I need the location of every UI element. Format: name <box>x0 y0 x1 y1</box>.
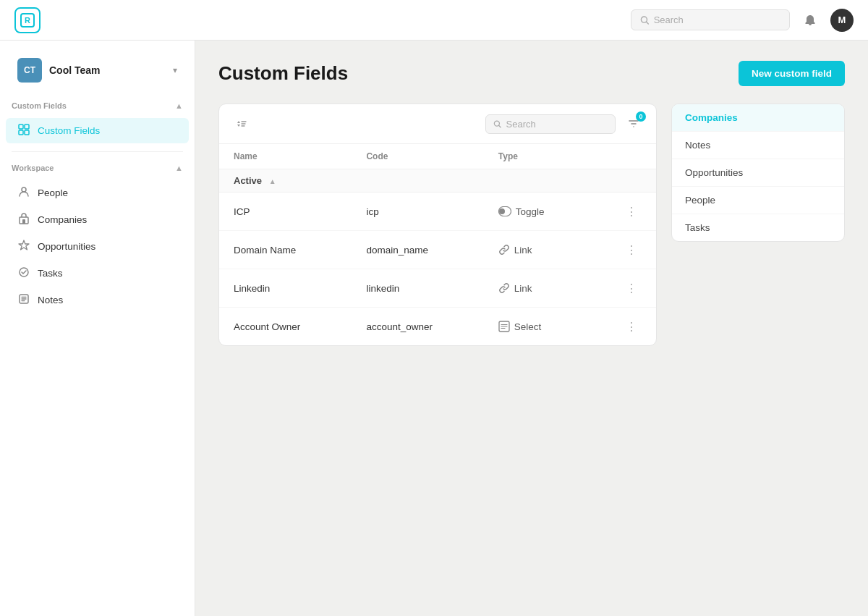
cell-actions: ⋮ <box>588 231 656 269</box>
table-header-row: Name Code Type <box>219 144 656 169</box>
svg-rect-9 <box>22 219 25 224</box>
table-row: Domain Name domain_name Link <box>219 231 656 269</box>
link-icon <box>498 244 510 256</box>
col-actions <box>588 144 656 169</box>
cell-actions: ⋮ <box>588 308 656 346</box>
right-panel-item-people[interactable]: People <box>672 187 844 214</box>
custom-fields-table: Name Code Type Active ▲ <box>219 144 656 345</box>
workspace-chevron-icon[interactable]: ▲ <box>175 164 183 172</box>
cell-name: Linkedin <box>219 269 352 308</box>
notifications-bell[interactable] <box>799 9 822 32</box>
svg-rect-6 <box>25 130 29 135</box>
cell-type: Select <box>484 308 588 346</box>
right-panel-item-opportunities[interactable]: Opportunities <box>672 159 844 187</box>
section-label-active: Active <box>234 175 262 186</box>
cell-code: account_owner <box>352 308 483 346</box>
cell-actions: ⋮ <box>588 193 656 231</box>
col-code: Code <box>352 144 483 169</box>
companies-icon <box>17 213 30 227</box>
sidebar-item-custom-fields-label: Custom Fields <box>38 125 100 136</box>
sidebar-item-custom-fields[interactable]: Custom Fields <box>6 118 189 143</box>
page-title: Custom Fields <box>218 62 348 85</box>
sidebar-divider <box>12 151 183 152</box>
global-search[interactable] <box>631 9 790 30</box>
sidebar-item-companies-label: Companies <box>38 214 87 225</box>
svg-point-7 <box>22 187 26 192</box>
topnav: R M <box>0 0 868 41</box>
search-icon <box>640 15 650 25</box>
custom-fields-section-label: Custom Fields <box>12 101 67 110</box>
table-search-input[interactable] <box>506 119 608 130</box>
opportunities-icon <box>17 240 30 253</box>
cell-type: Toggle <box>484 193 588 231</box>
cell-code: linkedin <box>352 269 483 308</box>
sidebar-team-selector[interactable]: CT Cool Team ▾ <box>6 52 189 88</box>
svg-rect-4 <box>25 125 29 129</box>
sidebar: CT Cool Team ▾ Custom Fields ▲ Custom Fi… <box>0 41 195 616</box>
cell-name: Account Owner <box>219 308 352 346</box>
link-icon <box>498 282 510 294</box>
svg-point-14 <box>499 208 505 214</box>
notes-icon <box>17 293 30 307</box>
section-row-active: Active ▲ <box>219 169 656 193</box>
team-chevron-icon: ▾ <box>173 65 177 75</box>
sort-button[interactable] <box>231 113 252 135</box>
row-menu-button[interactable]: ⋮ <box>621 316 642 337</box>
table-row: Account Owner account_owner Select <box>219 308 656 346</box>
right-panel-item-companies[interactable]: Companies <box>672 104 844 132</box>
svg-rect-3 <box>19 125 23 129</box>
custom-fields-chevron-icon[interactable]: ▲ <box>175 101 183 110</box>
workspace-section-label: Workspace <box>12 164 54 172</box>
cell-name: Domain Name <box>219 231 352 269</box>
cell-type: Link <box>484 231 588 269</box>
cell-type: Link <box>484 269 588 308</box>
sidebar-item-notes-label: Notes <box>38 295 63 305</box>
sidebar-item-notes[interactable]: Notes <box>6 287 189 313</box>
table-toolbar: 0 <box>219 104 656 144</box>
toggle-icon <box>498 206 511 216</box>
svg-text:R: R <box>25 16 30 25</box>
cell-actions: ⋮ <box>588 269 656 308</box>
content-header: Custom Fields New custom field <box>218 61 845 86</box>
sidebar-item-opportunities-label: Opportunities <box>38 241 95 252</box>
cell-code: domain_name <box>352 231 483 269</box>
select-icon <box>498 321 510 332</box>
row-menu-button[interactable]: ⋮ <box>621 201 642 221</box>
table-search[interactable] <box>485 114 616 134</box>
table-search-icon <box>493 119 502 129</box>
main-content: Custom Fields New custom field <box>195 41 868 616</box>
sidebar-item-opportunities[interactable]: Opportunities <box>6 234 189 259</box>
filter-button[interactable]: 0 <box>623 113 644 135</box>
table-row: ICP icp Toggle <box>219 193 656 231</box>
right-panel-item-tasks[interactable]: Tasks <box>672 214 844 241</box>
user-avatar[interactable]: M <box>830 9 854 32</box>
custom-fields-icon <box>17 124 30 138</box>
col-name: Name <box>219 144 352 169</box>
cell-code: icp <box>352 193 483 231</box>
right-panel: Companies Notes Opportunities People Tas… <box>671 104 845 242</box>
app-logo[interactable]: R <box>14 7 41 33</box>
right-panel-item-notes[interactable]: Notes <box>672 132 844 159</box>
people-icon <box>17 186 30 200</box>
global-search-input[interactable] <box>654 14 780 25</box>
section-chevron-icon: ▲ <box>269 177 276 185</box>
sidebar-item-tasks[interactable]: Tasks <box>6 261 189 286</box>
panel-layout: 0 Name Code Type <box>218 104 845 346</box>
filter-badge: 0 <box>636 111 646 122</box>
sidebar-item-tasks-label: Tasks <box>38 268 63 279</box>
table-panel: 0 Name Code Type <box>218 104 657 346</box>
tasks-icon <box>17 266 30 280</box>
cell-name: ICP <box>219 193 352 231</box>
row-menu-button[interactable]: ⋮ <box>621 278 642 298</box>
team-avatar: CT <box>17 58 42 83</box>
new-custom-field-button[interactable]: New custom field <box>739 61 845 86</box>
sidebar-item-people[interactable]: People <box>6 180 189 206</box>
team-name: Cool Team <box>49 64 166 76</box>
workspace-section-header: Workspace ▲ <box>0 159 195 177</box>
custom-fields-section-header: Custom Fields ▲ <box>0 97 195 114</box>
sidebar-item-companies[interactable]: Companies <box>6 207 189 232</box>
row-menu-button[interactable]: ⋮ <box>621 240 642 260</box>
table-row: Linkedin linkedin Link <box>219 269 656 308</box>
svg-rect-5 <box>19 130 23 135</box>
main-layout: CT Cool Team ▾ Custom Fields ▲ Custom Fi… <box>0 41 868 616</box>
